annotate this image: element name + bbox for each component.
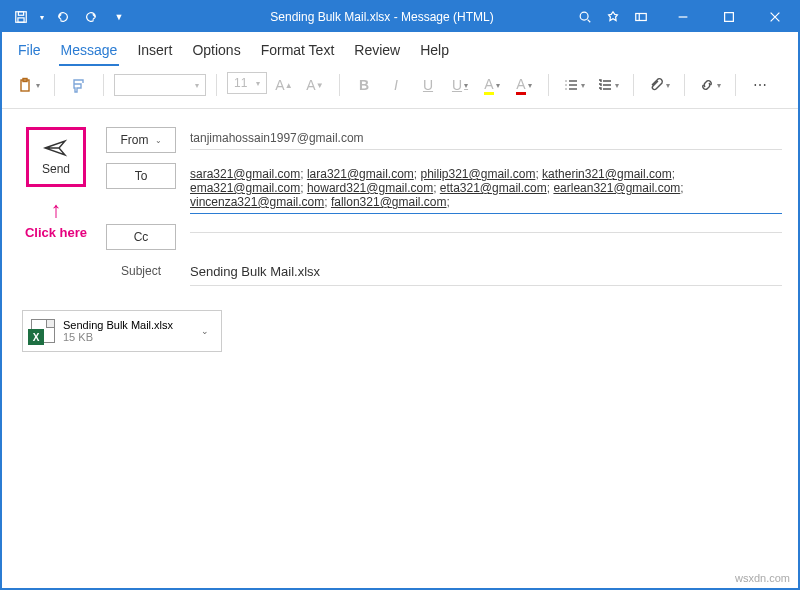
attachment-dropdown-icon[interactable]: ⌄ bbox=[197, 326, 213, 336]
search-icon[interactable] bbox=[572, 4, 598, 30]
svg-point-10 bbox=[565, 88, 567, 90]
numbering-button[interactable]: ▾ bbox=[593, 72, 623, 98]
to-button[interactable]: To bbox=[106, 163, 176, 189]
tab-review[interactable]: Review bbox=[352, 38, 402, 66]
cc-field[interactable] bbox=[190, 224, 782, 233]
separator bbox=[216, 74, 217, 96]
tab-message[interactable]: Message bbox=[59, 38, 120, 66]
subject-label: Subject bbox=[106, 260, 176, 278]
from-value[interactable]: tanjimahossain1997@gmail.com bbox=[190, 127, 782, 150]
svg-rect-2 bbox=[18, 18, 24, 22]
outlook-compose-window: ▾ ▼ Sending Bulk Mail.xlsx - Message (HT… bbox=[0, 0, 800, 590]
format-painter-button[interactable] bbox=[65, 72, 93, 98]
tab-format-text[interactable]: Format Text bbox=[259, 38, 337, 66]
separator bbox=[735, 74, 736, 96]
minimize-button[interactable] bbox=[660, 4, 706, 30]
highlight-color-button[interactable]: A▾ bbox=[478, 72, 506, 98]
attach-file-button[interactable]: ▾ bbox=[644, 72, 674, 98]
recipient-link[interactable]: vincenza321@gmail.com bbox=[190, 195, 324, 209]
font-name-selector[interactable]: ▾ bbox=[114, 74, 206, 96]
underline-button[interactable]: U bbox=[414, 72, 442, 98]
redo-icon[interactable] bbox=[78, 4, 104, 30]
subject-field[interactable]: Sending Bulk Mail.xlsx bbox=[190, 260, 782, 286]
maximize-button[interactable] bbox=[706, 4, 752, 30]
attachment-name: Sending Bulk Mail.xlsx bbox=[63, 319, 189, 331]
annotation-arrow-icon: ↑ bbox=[51, 197, 62, 223]
increase-font-icon[interactable]: A▲ bbox=[270, 72, 298, 98]
send-button[interactable]: Send bbox=[26, 127, 86, 187]
italic-button[interactable]: I bbox=[382, 72, 410, 98]
titlebar: ▾ ▼ Sending Bulk Mail.xlsx - Message (HT… bbox=[2, 2, 798, 32]
separator bbox=[103, 74, 104, 96]
separator bbox=[54, 74, 55, 96]
to-label: To bbox=[135, 169, 148, 183]
attachment-area: X Sending Bulk Mail.xlsx 15 KB ⌄ bbox=[2, 296, 798, 366]
recipient-link[interactable]: sara321@gmail.com bbox=[190, 167, 300, 181]
recipient-link[interactable]: fallon321@gmail.com bbox=[331, 195, 447, 209]
recipient-link[interactable]: philip321@gmail.com bbox=[420, 167, 535, 181]
separator bbox=[633, 74, 634, 96]
from-button[interactable]: From⌄ bbox=[106, 127, 176, 153]
recipient-link[interactable]: katherin321@gmail.com bbox=[542, 167, 672, 181]
undo-icon[interactable] bbox=[50, 4, 76, 30]
more-commands-button[interactable]: ⋯ bbox=[746, 72, 774, 98]
svg-rect-4 bbox=[636, 14, 647, 21]
excel-file-icon: X bbox=[31, 319, 55, 343]
cc-button[interactable]: Cc bbox=[106, 224, 176, 250]
watermark: wsxdn.com bbox=[735, 572, 790, 584]
title-search-area bbox=[566, 4, 660, 30]
ribbon-display-icon[interactable] bbox=[628, 4, 654, 30]
separator bbox=[339, 74, 340, 96]
quick-access-toolbar: ▾ ▼ bbox=[2, 4, 138, 30]
cc-label: Cc bbox=[134, 230, 149, 244]
font-size-value: 11 bbox=[234, 76, 247, 90]
ribbon-tabs: File Message Insert Options Format Text … bbox=[2, 32, 798, 66]
svg-rect-1 bbox=[18, 12, 23, 16]
separator bbox=[548, 74, 549, 96]
compose-area: Send ↑ Click here From⌄ tanjimahossain19… bbox=[2, 109, 798, 296]
recipient-link[interactable]: howard321@gmail.com bbox=[307, 181, 433, 195]
recipient-link[interactable]: etta321@gmail.com bbox=[440, 181, 547, 195]
svg-point-3 bbox=[580, 12, 588, 20]
close-button[interactable] bbox=[752, 4, 798, 30]
save-icon[interactable] bbox=[8, 4, 34, 30]
recipient-link[interactable]: ema321@gmail.com bbox=[190, 181, 300, 195]
link-button[interactable]: ▾ bbox=[695, 72, 725, 98]
separator bbox=[684, 74, 685, 96]
ribbon-toolbar: ▾ ▾ 11▾ A▲ A▼ B I U U▾ A▾ A▾ ▾ bbox=[2, 66, 798, 109]
font-size-selector[interactable]: 11▾ bbox=[227, 72, 267, 94]
tab-file[interactable]: File bbox=[16, 38, 43, 66]
paste-button[interactable]: ▾ bbox=[14, 72, 44, 98]
underline-double-button[interactable]: U▾ bbox=[446, 72, 474, 98]
recipient-link[interactable]: earlean321@gmail.com bbox=[553, 181, 680, 195]
header-fields: From⌄ tanjimahossain1997@gmail.com To sa… bbox=[106, 127, 782, 286]
window-controls bbox=[660, 4, 798, 30]
attachment-item[interactable]: X Sending Bulk Mail.xlsx 15 KB ⌄ bbox=[22, 310, 222, 352]
customize-qat-icon[interactable]: ▼ bbox=[106, 4, 132, 30]
tab-insert[interactable]: Insert bbox=[135, 38, 174, 66]
font-color-button[interactable]: A▾ bbox=[510, 72, 538, 98]
from-label: From bbox=[121, 133, 149, 147]
save-dropdown-icon[interactable]: ▾ bbox=[36, 4, 48, 30]
premium-icon[interactable] bbox=[600, 4, 626, 30]
svg-point-9 bbox=[565, 84, 567, 86]
bullets-button[interactable]: ▾ bbox=[559, 72, 589, 98]
annotation-text: Click here bbox=[25, 225, 87, 240]
to-field[interactable]: sara321@gmail.com; lara321@gmail.com; ph… bbox=[190, 163, 782, 214]
bold-button[interactable]: B bbox=[350, 72, 378, 98]
attachment-size: 15 KB bbox=[63, 331, 189, 343]
svg-point-8 bbox=[565, 80, 567, 82]
window-title: Sending Bulk Mail.xlsx - Message (HTML) bbox=[138, 10, 566, 24]
tab-help[interactable]: Help bbox=[418, 38, 451, 66]
tab-options[interactable]: Options bbox=[190, 38, 242, 66]
send-button-label: Send bbox=[42, 162, 70, 176]
decrease-font-icon[interactable]: A▼ bbox=[301, 72, 329, 98]
recipient-link[interactable]: lara321@gmail.com bbox=[307, 167, 414, 181]
svg-rect-5 bbox=[725, 13, 734, 22]
